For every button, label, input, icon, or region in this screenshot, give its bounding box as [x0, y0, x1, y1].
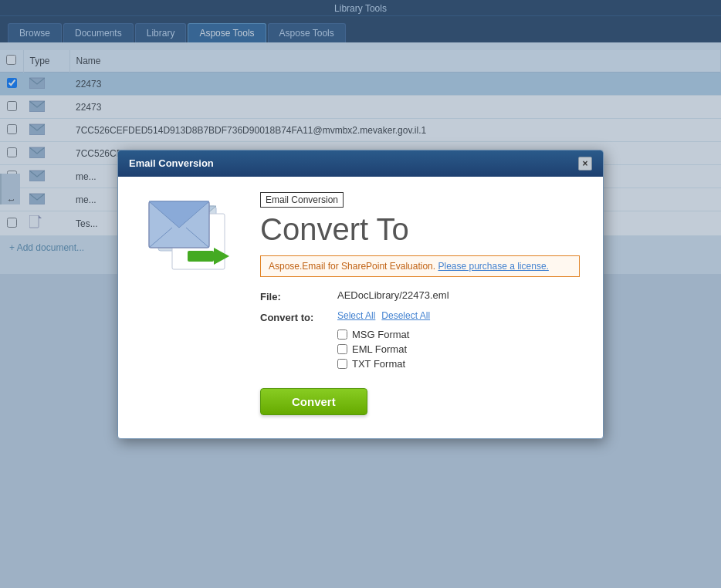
svg-rect-15	[188, 251, 214, 262]
eml-format-label: EML Format	[352, 343, 407, 355]
file-value: AEDocLibrary/22473.eml	[337, 289, 449, 301]
select-all-link[interactable]: Select All	[337, 310, 375, 321]
modal-overlay: Email Conversion ×	[0, 0, 721, 588]
file-field-row: File: AEDocLibrary/22473.eml	[260, 289, 580, 302]
eval-notice: Aspose.Email for SharePoint Evaluation. …	[260, 255, 580, 277]
modal-close-button[interactable]: ×	[578, 157, 592, 171]
convert-to-heading: Convert To	[260, 214, 580, 245]
format-option-txt: TXT Format	[337, 358, 430, 370]
eml-format-checkbox[interactable]	[337, 344, 347, 354]
txt-format-label: TXT Format	[352, 358, 405, 370]
file-label: File:	[260, 289, 337, 302]
txt-format-checkbox[interactable]	[337, 359, 347, 369]
convert-options: Select All Deselect All MSG Format EML F…	[337, 310, 430, 370]
modal-breadcrumb: Email Conversion	[260, 192, 344, 208]
email-conversion-modal: Email Conversion ×	[117, 150, 604, 439]
convert-to-label: Convert to:	[260, 310, 337, 323]
modal-icon-area	[141, 192, 242, 285]
msg-format-label: MSG Format	[352, 329, 409, 340]
format-option-eml: EML Format	[337, 343, 430, 355]
convert-button[interactable]: Convert	[260, 388, 367, 415]
deselect-all-link[interactable]: Deselect All	[381, 310, 430, 321]
email-conversion-graphic	[141, 192, 234, 285]
modal-header: Email Conversion ×	[118, 150, 603, 177]
purchase-license-link[interactable]: Please purchase a license.	[438, 261, 548, 272]
format-option-msg: MSG Format	[337, 329, 430, 340]
modal-title: Email Conversion	[129, 157, 214, 169]
select-links: Select All Deselect All	[337, 310, 430, 321]
modal-body: Email Conversion Convert To Aspose.Email…	[118, 177, 603, 438]
msg-format-checkbox[interactable]	[337, 329, 347, 340]
convert-to-area: Convert to: Select All Deselect All MSG …	[260, 310, 580, 370]
modal-content-area: Email Conversion Convert To Aspose.Email…	[260, 192, 580, 415]
eval-notice-prefix: Aspose.Email for SharePoint Evaluation.	[269, 261, 435, 272]
